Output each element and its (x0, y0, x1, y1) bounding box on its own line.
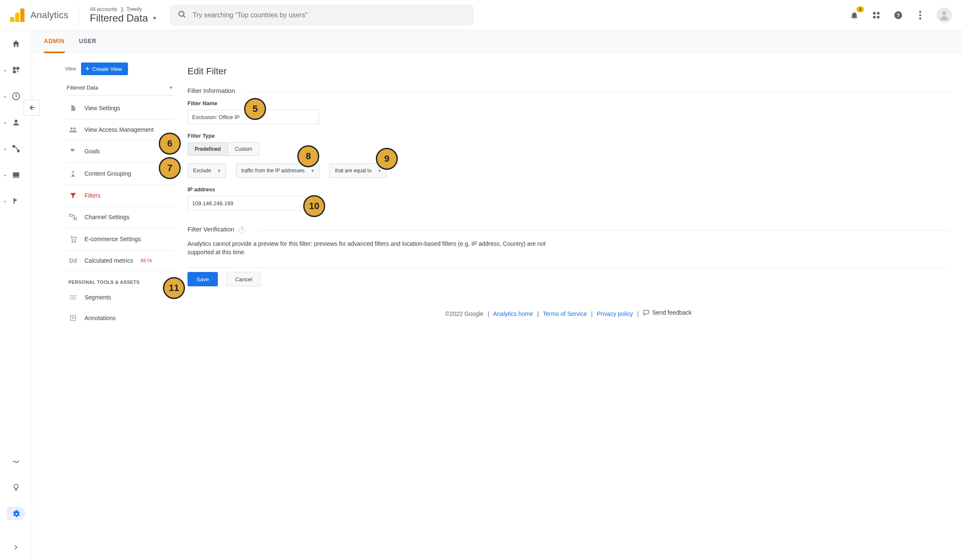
footer-analytics-home-link[interactable]: Analytics home (493, 310, 533, 317)
help-icon[interactable]: ? (239, 227, 245, 234)
beta-badge: BETA (141, 258, 152, 263)
view-sidebar: View + Create View Filtered Data ▼ View … (32, 53, 177, 560)
tutorial-marker-11: 11 (163, 277, 185, 299)
product-name: Analytics (30, 10, 68, 21)
svg-point-0 (179, 11, 184, 16)
svg-point-8 (919, 11, 921, 13)
channel-icon (68, 213, 78, 221)
grouping-icon (68, 169, 78, 178)
funnel-icon (68, 192, 78, 199)
rail-behavior[interactable]: ▸ (7, 168, 25, 182)
tab-admin[interactable]: ADMIN (44, 30, 65, 53)
chevron-down-icon: ▼ (217, 169, 221, 173)
search-bar[interactable] (170, 5, 474, 26)
filter-action-dropdown[interactable]: Exclude▼ (188, 163, 226, 178)
cancel-button[interactable]: Cancel (226, 272, 261, 286)
svg-line-1 (183, 16, 185, 17)
note-icon (68, 314, 78, 322)
chevron-right-icon: ❯ (120, 6, 124, 12)
svg-point-19 (13, 145, 15, 147)
admin-tabs: ADMIN USER (32, 30, 962, 53)
nav-content-grouping[interactable]: Content Grouping (65, 163, 175, 185)
type-predefined-button[interactable]: Predefined (188, 143, 228, 155)
tutorial-marker-8: 8 (297, 145, 319, 167)
type-custom-button[interactable]: Custom (228, 143, 259, 155)
dd-icon: Dd (68, 257, 78, 264)
nav-channel-settings[interactable]: Channel Settings (65, 207, 175, 228)
footer-privacy-link[interactable]: Privacy policy (597, 310, 633, 317)
filter-condition-dropdown[interactable]: that are equal to▼ (329, 163, 386, 178)
page-icon (68, 104, 78, 112)
svg-point-28 (72, 241, 73, 242)
rail-reports[interactable]: ▸ (7, 63, 25, 77)
nav-ecommerce[interactable]: E-commerce Settings (65, 228, 175, 250)
svg-point-9 (919, 14, 921, 16)
tutorial-marker-5: 5 (244, 98, 266, 120)
svg-rect-4 (873, 16, 876, 18)
feedback-icon (643, 309, 649, 316)
dropdown-icon: ▼ (169, 85, 173, 90)
flag-icon (68, 147, 78, 155)
verification-message: Analytics cannot provide a preview for t… (188, 239, 568, 257)
ip-input[interactable] (188, 196, 306, 210)
filter-form: 5 6 7 8 9 10 11 Edit Filter Filter Infor… (177, 53, 962, 560)
footer-tos-link[interactable]: Terms of Service (543, 310, 587, 317)
svg-rect-3 (877, 12, 880, 14)
nav-view-access[interactable]: View Access Management (65, 120, 175, 140)
tutorial-marker-10: 10 (303, 195, 325, 217)
svg-rect-22 (13, 177, 19, 178)
account-picker[interactable]: All accounts ❯ Treeify Filtered Data ▼ (87, 6, 157, 24)
apps-button[interactable] (871, 10, 882, 21)
tutorial-marker-6: 6 (159, 133, 181, 155)
tab-user[interactable]: USER (79, 30, 96, 53)
nav-filters[interactable]: Filters (65, 185, 175, 207)
svg-rect-16 (17, 71, 17, 73)
tutorial-marker-7: 7 (159, 157, 181, 179)
section-filter-info: Filter Information (188, 87, 949, 94)
rail-audience[interactable]: ▸ (7, 116, 25, 129)
cart-icon (68, 235, 78, 243)
send-feedback-button[interactable]: Send feedback (643, 309, 691, 316)
svg-rect-12 (13, 67, 16, 70)
svg-rect-2 (873, 12, 876, 14)
rail-expand[interactable] (7, 541, 25, 554)
nav-segments[interactable]: Segments (65, 287, 175, 307)
plus-icon: + (85, 65, 90, 73)
svg-rect-14 (13, 71, 16, 73)
avatar[interactable] (937, 8, 952, 23)
search-icon (177, 10, 187, 20)
rail-conversions[interactable]: ▸ (7, 194, 25, 208)
filter-type-label: Filter Type (188, 133, 949, 139)
view-title: Filtered Data (90, 12, 148, 24)
svg-text:?: ? (897, 12, 900, 18)
svg-point-25 (73, 128, 76, 130)
search-input[interactable] (193, 11, 466, 19)
chevron-down-icon: ▼ (378, 169, 382, 173)
svg-rect-21 (13, 172, 19, 177)
rail-admin[interactable] (7, 507, 25, 520)
brand[interactable]: Analytics (10, 5, 79, 25)
svg-point-18 (14, 120, 17, 122)
back-button[interactable] (24, 100, 40, 116)
view-picker[interactable]: Filtered Data ▼ (65, 80, 175, 95)
nav-view-settings[interactable]: View Settings (65, 97, 175, 120)
filter-type-toggle: Predefined Custom (188, 142, 259, 156)
more-button[interactable] (915, 10, 926, 21)
notifications-button[interactable]: 2 (849, 10, 860, 21)
rail-acquisition[interactable]: ▸ (7, 142, 25, 155)
nav-calculated-metrics[interactable]: Dd Calculated metrics BETA (65, 250, 175, 271)
notification-badge: 2 (856, 6, 864, 12)
filter-name-label: Filter Name (188, 100, 949, 106)
nav-annotations[interactable]: Annotations (65, 307, 175, 329)
rail-realtime[interactable]: ▸ (7, 90, 25, 103)
breadcrumb-root: All accounts (90, 6, 117, 12)
nav-goals[interactable]: Goals (65, 140, 175, 163)
rail-attribution[interactable] (7, 454, 25, 468)
create-view-button[interactable]: + Create View (81, 63, 128, 75)
save-button[interactable]: Save (188, 272, 218, 286)
rail-discover[interactable] (7, 481, 25, 494)
rail-home[interactable] (7, 37, 25, 51)
page-title: Edit Filter (188, 66, 949, 77)
help-button[interactable]: ? (893, 10, 904, 21)
view-label: View (65, 66, 76, 72)
